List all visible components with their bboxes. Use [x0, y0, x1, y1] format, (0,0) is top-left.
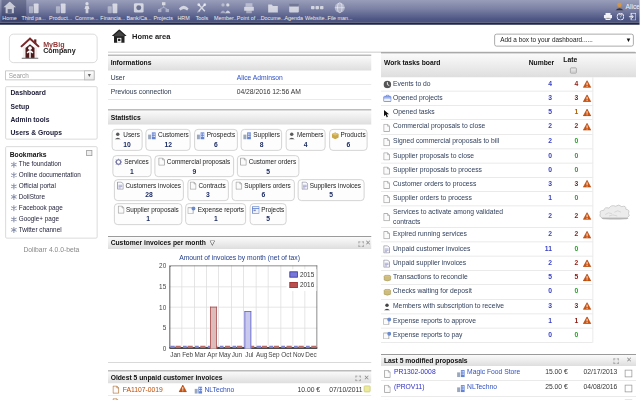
- svg-text:?: ?: [619, 13, 622, 19]
